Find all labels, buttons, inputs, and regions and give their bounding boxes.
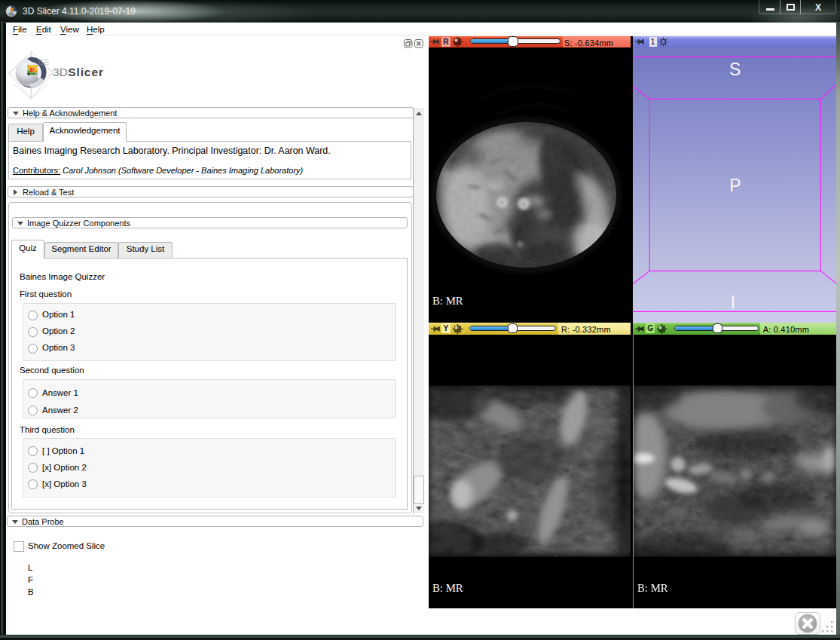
svg-text:B: MR: B: MR <box>432 582 463 594</box>
svg-text:P: P <box>729 176 741 195</box>
svg-text:B: MR: B: MR <box>637 582 668 594</box>
svg-text:S: S <box>729 60 741 79</box>
svg-text:I: I <box>730 292 735 312</box>
svg-text:B: MR: B: MR <box>432 295 463 307</box>
